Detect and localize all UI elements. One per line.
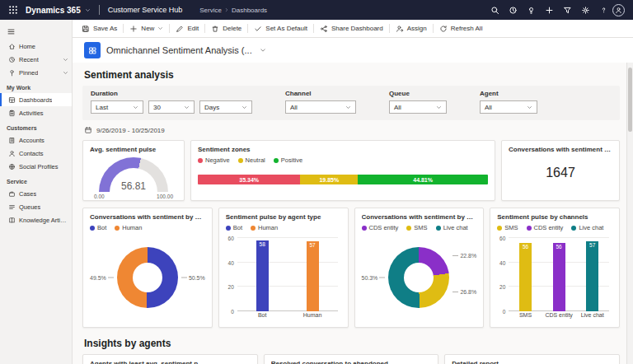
delete-icon [211, 25, 219, 33]
chevron-down-icon [527, 105, 532, 110]
command-label: New [141, 25, 154, 32]
command-delete-button[interactable]: Delete [205, 20, 247, 37]
zones-legend: NegativeNeutralPositive [198, 156, 488, 164]
command-set-as-default-button[interactable]: Set As Default [248, 20, 313, 37]
chart-legend: SMSCDS entityLive chat [497, 224, 612, 231]
scrollbar-thumb[interactable] [628, 68, 632, 132]
donut-hole [404, 263, 434, 292]
social-profiles-icon [8, 163, 16, 170]
breadcrumb-area[interactable]: Service [199, 7, 222, 14]
search-icon[interactable] [490, 6, 499, 15]
legend-item-sms: SMS [497, 224, 518, 231]
sidebar-item-label: Social Profiles [19, 163, 59, 170]
command-refresh-all-button[interactable]: Refresh All [434, 20, 489, 37]
legend-item-positive: Positive [274, 156, 302, 164]
command-assign-button[interactable]: Assign [390, 20, 433, 37]
zone-segment-44-81: 44.81% [358, 175, 488, 184]
command-new-button[interactable]: New [124, 20, 169, 37]
command-save-as-button[interactable]: Save As [76, 20, 123, 37]
vertical-scrollbar[interactable] [626, 63, 633, 364]
sentiment-zones-bar: 35.34%19.85%44.81% [198, 175, 488, 184]
sidebar-item-label: Accounts [19, 137, 45, 144]
section-title-sentiment: Sentiment analysis [84, 69, 620, 81]
activities-icon [8, 110, 16, 117]
command-edit-button[interactable]: Edit [170, 20, 204, 37]
x-category-label: SMS [509, 312, 542, 320]
content-pane: Save AsNewEditDeleteSet As DefaultShare … [73, 20, 633, 364]
settings-icon[interactable] [581, 6, 590, 15]
bar-chart-channel: 0204060565657SMSCDS entityLive chat [497, 233, 612, 322]
app-title[interactable]: Dynamics 365 [26, 6, 81, 15]
advanced-filter-icon[interactable] [563, 6, 572, 15]
command-label: Assign [407, 25, 427, 32]
legend-item-bot: Bot [226, 224, 242, 231]
contacts-icon [8, 150, 16, 157]
conversations-count-value: 1647 [509, 166, 612, 180]
legend-item-negative: Negative [198, 156, 230, 164]
recent-icon [8, 56, 16, 63]
bar-value-label: 58 [256, 241, 269, 247]
history-icon[interactable] [509, 6, 518, 15]
bar-value-label: 56 [519, 244, 532, 250]
legend-item-human: Human [115, 224, 142, 231]
waffle-menu-icon[interactable] [8, 5, 18, 15]
sidebar-item-accounts[interactable]: Accounts [0, 133, 72, 147]
bar-value-label: 57 [307, 242, 319, 248]
card-pulse-by-agent-type: Sentiment pulse by agent type BotHuman 0… [218, 208, 349, 328]
knowledge-articles-icon [8, 217, 16, 224]
duration-count-select[interactable]: 30 [148, 100, 195, 114]
sidebar-item-activities[interactable]: Activities [0, 106, 72, 119]
card-title: Conversations with sentiment p... [509, 146, 612, 153]
dashboard-selector[interactable]: Omnichannel Sentiment Analysis (... [106, 45, 252, 55]
donut [388, 247, 449, 308]
hamburger-icon [7, 27, 16, 36]
channel-select[interactable]: All [285, 100, 356, 114]
select-value: Last [96, 104, 108, 111]
dashboards-icon [8, 96, 16, 104]
sidebar-item-label: Pinned [19, 69, 38, 77]
sidebar-item-queues[interactable]: Queues [0, 200, 72, 213]
legend-item-sms: SMS [406, 224, 427, 231]
chevron-down-icon[interactable] [260, 47, 266, 54]
sidebar-item-social-profiles[interactable]: Social Profiles [0, 160, 72, 173]
help-icon[interactable] [599, 6, 608, 15]
card-sentiment-by-channel: Conversations with sentiment by channel … [354, 208, 485, 328]
quick-create-icon[interactable] [545, 6, 554, 15]
y-tick-label: 20 [228, 284, 234, 290]
sidebar-item-cases[interactable]: Cases [0, 187, 72, 200]
select-value: All [485, 104, 492, 111]
topbar-divider [99, 5, 100, 15]
agent-select[interactable]: All [480, 100, 537, 114]
command-share-dashboard-button[interactable]: Share Dashboard [314, 20, 389, 37]
chevron-down-icon [63, 57, 68, 63]
sidebar-item-recent[interactable]: Recent [0, 53, 72, 66]
duration-unit-select[interactable]: Days [199, 100, 252, 114]
hub-title[interactable]: Customer Service Hub [108, 6, 183, 14]
duration-type-select[interactable]: Last [91, 100, 143, 114]
command-label: Save As [93, 25, 117, 32]
legend-dot [362, 226, 367, 231]
breadcrumb-page[interactable]: Dashboards [232, 7, 267, 14]
sidebar-item-home[interactable]: Home [0, 40, 72, 53]
y-tick-label: 20 [499, 284, 505, 290]
card-title: Detailed report... [452, 360, 612, 364]
app-chevron-down-icon[interactable] [85, 7, 91, 13]
sidebar-item-pinned[interactable]: Pinned [0, 66, 72, 79]
donut-hole [133, 263, 162, 292]
queue-select[interactable]: All [389, 100, 447, 114]
sidebar-item-knowledge-articles[interactable]: Knowledge Articles [0, 213, 72, 226]
bar-cds-entity: 56 [553, 243, 565, 311]
suggestions-icon[interactable] [527, 6, 536, 15]
sidebar-collapse-button[interactable] [0, 23, 72, 40]
card-resolved-conversation-to-abandoned: Resolved conversation to abandoned... [264, 354, 439, 364]
gauge-chart: 56.81 [99, 157, 168, 192]
user-avatar[interactable] [612, 4, 625, 16]
sidebar-item-contacts[interactable]: Contacts [0, 147, 72, 160]
sidebar-item-dashboards[interactable]: Dashboards [0, 93, 72, 106]
dashboard-tile [84, 42, 101, 58]
sidebar-item-label: Home [19, 43, 35, 50]
x-category-label: CDS entity [542, 312, 576, 320]
y-tick-label: 60 [499, 236, 505, 241]
chevron-down-icon [184, 105, 190, 110]
command-label: Share Dashboard [331, 25, 383, 32]
